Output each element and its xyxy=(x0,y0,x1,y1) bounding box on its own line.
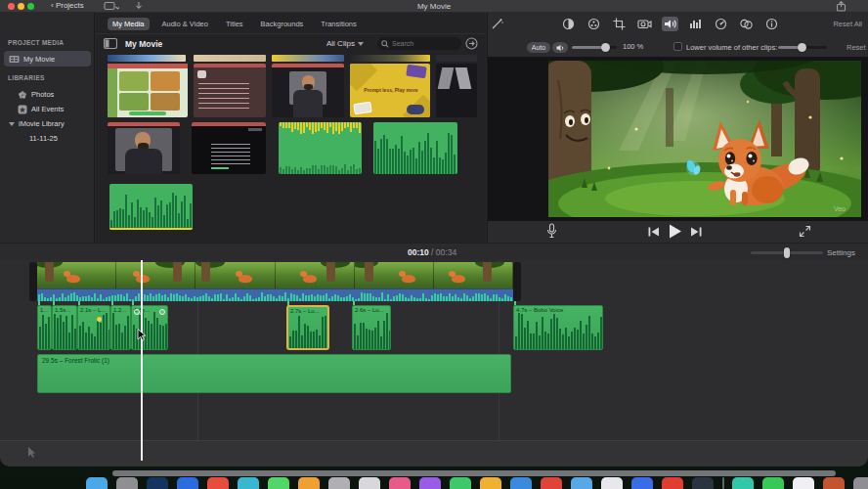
media-thumbnail-partial[interactable] xyxy=(194,55,266,62)
media-thumbnail-audio-yellow[interactable] xyxy=(279,122,362,174)
dock-icon[interactable] xyxy=(86,477,108,489)
media-thumbnail-audio-green-2[interactable] xyxy=(109,184,193,230)
dock-icon[interactable] xyxy=(541,477,562,489)
sidebar-item-my-movie[interactable]: My Movie xyxy=(4,51,91,67)
voiceover-mic-icon[interactable] xyxy=(546,223,557,239)
video-clip-audio-waveform[interactable] xyxy=(37,289,513,301)
color-correction-icon[interactable] xyxy=(586,17,602,31)
lower-volume-checkbox[interactable] xyxy=(673,42,682,51)
reset-button[interactable]: Reset xyxy=(846,43,866,52)
fade-handle[interactable] xyxy=(134,309,140,315)
dock-icon[interactable] xyxy=(328,477,350,489)
disclosure-chevron-icon[interactable] xyxy=(9,122,15,126)
dock-icon[interactable] xyxy=(207,477,229,489)
stabilization-icon[interactable] xyxy=(636,17,653,31)
volume-icon[interactable] xyxy=(662,17,678,31)
reset-all-button[interactable]: Reset All xyxy=(833,20,862,28)
dock-icon[interactable] xyxy=(692,477,714,489)
audio-clip[interactable]: 2.6s – Lu... xyxy=(352,305,391,350)
video-preview[interactable]: Veo xyxy=(548,61,861,217)
media-thumbnail-talking-head-2[interactable] xyxy=(108,122,180,174)
clip-filter-dropdown[interactable]: All Clips xyxy=(326,39,364,48)
playhead[interactable] xyxy=(141,260,143,461)
timeline-zoom-thumb[interactable] xyxy=(784,247,790,258)
audio-clip[interactable]: 1... xyxy=(37,305,52,350)
background-music-clip[interactable]: 29.5s – Forest Frolic (1) xyxy=(37,354,511,393)
audio-clip[interactable]: 1.8s... xyxy=(131,305,168,350)
dock-icon[interactable] xyxy=(480,477,501,489)
tab-transitions[interactable]: Transitions xyxy=(316,18,361,30)
auto-volume-button[interactable]: Auto xyxy=(527,42,550,53)
search-field[interactable] xyxy=(377,37,461,50)
sidebar-item-event-11-11-25[interactable]: 11-11-25 xyxy=(4,131,91,146)
dock[interactable] xyxy=(0,477,868,489)
audio-clip[interactable]: 4.7s – Bobo Voice xyxy=(513,305,603,350)
dock-icon[interactable] xyxy=(631,477,653,489)
play-button[interactable] xyxy=(668,224,682,239)
dock-icon[interactable] xyxy=(177,477,198,489)
crop-icon[interactable] xyxy=(611,17,628,31)
media-thumbnail-partial[interactable] xyxy=(108,55,186,62)
media-thumbnail-terminal[interactable] xyxy=(192,122,266,174)
lower-volume-slider[interactable] xyxy=(778,46,827,49)
dock-icon[interactable] xyxy=(450,477,471,489)
media-thumbnail-talking-head[interactable] xyxy=(272,64,344,117)
dock-icon[interactable] xyxy=(147,477,168,489)
sidebar-item-photos[interactable]: Photos xyxy=(4,87,91,102)
timeline[interactable]: 1...1.5s...2.1s – L...1.2...1.8s...2.7s … xyxy=(0,260,868,440)
dock-icon[interactable] xyxy=(793,477,814,489)
video-clip-filmstrip[interactable] xyxy=(37,262,513,289)
share-icon[interactable] xyxy=(836,1,846,12)
dock-icon[interactable] xyxy=(762,477,784,489)
media-thumbnail-partial[interactable] xyxy=(436,55,477,62)
dock-icon[interactable] xyxy=(510,477,532,489)
timeline-zoom-slider[interactable] xyxy=(751,251,823,254)
timeline-settings-button[interactable]: Settings xyxy=(827,248,855,257)
audio-clip[interactable]: 1.2... xyxy=(110,305,131,350)
dock-icon[interactable] xyxy=(268,477,289,489)
enhance-wand-icon[interactable] xyxy=(490,17,504,31)
dock-icon[interactable] xyxy=(853,477,868,489)
dock-icon[interactable] xyxy=(419,477,441,489)
clip-size-icon[interactable] xyxy=(465,37,478,50)
volume-slider[interactable] xyxy=(572,46,617,49)
clip-trim-handle-right[interactable] xyxy=(513,262,521,301)
media-thumbnail-partial[interactable] xyxy=(272,55,344,62)
sidebar-item-all-events[interactable]: All Events xyxy=(4,102,91,116)
tab-titles[interactable]: Titles xyxy=(221,18,248,30)
audio-clip[interactable]: 1.5s... xyxy=(52,305,77,350)
audio-clip[interactable]: 2.1s – L... xyxy=(77,305,110,350)
media-thumbnail-yellow-slide[interactable]: Prompt less, Play more xyxy=(350,64,430,117)
media-thumbnail-partial[interactable] xyxy=(350,55,430,62)
search-input[interactable] xyxy=(392,40,453,47)
fade-handle[interactable] xyxy=(159,309,165,315)
media-thumbnail-partial-dark[interactable] xyxy=(436,64,477,117)
fullscreen-icon[interactable] xyxy=(799,225,811,238)
tab-my-media[interactable]: My Media xyxy=(108,18,150,30)
dock-icon[interactable] xyxy=(389,477,411,489)
dock-icon[interactable] xyxy=(571,477,592,489)
media-thumbnail-fox-grid[interactable] xyxy=(108,64,188,117)
tab-backgrounds[interactable]: Backgrounds xyxy=(256,18,309,30)
color-balance-icon[interactable] xyxy=(560,17,577,31)
tab-audio-video[interactable]: Audio & Video xyxy=(157,18,213,30)
sidebar-toggle-icon[interactable] xyxy=(104,38,117,49)
effects-icon[interactable] xyxy=(738,17,755,31)
next-frame-button[interactable] xyxy=(690,227,702,237)
dock-icon[interactable] xyxy=(662,477,683,489)
media-thumbnail-audio-green[interactable] xyxy=(373,122,457,174)
dock-icon[interactable] xyxy=(298,477,320,489)
dock-icon[interactable] xyxy=(116,477,138,489)
dock-icon[interactable] xyxy=(732,477,754,489)
info-icon[interactable] xyxy=(763,17,780,31)
volume-slider-thumb[interactable] xyxy=(601,43,610,52)
dock-icon[interactable] xyxy=(601,477,623,489)
dock-icon[interactable] xyxy=(238,477,259,489)
lower-volume-slider-thumb[interactable] xyxy=(798,43,806,52)
dock-icon[interactable] xyxy=(823,477,845,489)
speed-icon[interactable] xyxy=(713,17,729,31)
noise-reduction-icon[interactable] xyxy=(687,17,704,31)
audio-clip[interactable]: 2.7s – Lu... xyxy=(286,305,329,350)
media-thumbnail-prompt-window[interactable] xyxy=(194,64,266,117)
previous-frame-button[interactable] xyxy=(648,227,660,237)
